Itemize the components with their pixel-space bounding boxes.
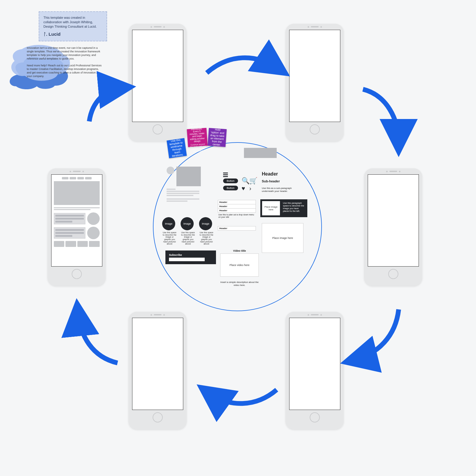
phone-screen[interactable] [289, 30, 340, 122]
phone-screen-mock[interactable] [51, 174, 102, 267]
sticky-note-purple[interactable]: Hold 'option' and drag to take an elemen… [208, 128, 227, 147]
video-block: Video title Place video here Insert a si… [220, 249, 259, 286]
image-text-card[interactable]: Place image here Use this paragraph spac… [260, 199, 307, 217]
header-sample: Header [262, 171, 278, 177]
home-button-icon[interactable] [72, 269, 82, 279]
cart-icon[interactable]: 🛒 [249, 177, 257, 185]
button-pill[interactable]: Button [223, 186, 238, 190]
credit-note: This template was created in collaborati… [39, 11, 107, 41]
sticky-note-blue[interactable]: Use this template to wireframe through t… [167, 138, 187, 158]
home-button-icon[interactable] [153, 124, 163, 134]
button-pill[interactable]: Button [223, 178, 238, 183]
card-image-placeholder: Place image here [262, 201, 280, 215]
image-circle[interactable]: Image [181, 217, 194, 230]
subscribe-label: Subscribe [169, 253, 212, 256]
video-placeholder[interactable]: Place video here [220, 253, 259, 277]
video-title: Video title [220, 249, 259, 252]
hamburger-icon[interactable] [223, 176, 228, 177]
phone-screen[interactable] [289, 318, 340, 410]
newsletter-label: newsletter [183, 262, 195, 264]
phone-frame-5[interactable] [129, 312, 187, 429]
image-placeholder[interactable]: Place image here [262, 223, 303, 253]
image-circle[interactable]: Image [162, 217, 175, 230]
credit-text: This template was created in collaborati… [43, 15, 102, 29]
phone-screen[interactable] [132, 318, 183, 410]
intro-copy: Innovation isn't a one-time event, nor c… [27, 46, 103, 81]
dropdown-block[interactable]: Header Header Header Use this to plan ou… [218, 200, 256, 231]
phone-screen[interactable] [132, 30, 183, 122]
search-icon[interactable]: 🔍 [242, 177, 250, 185]
phone-frame-left-mock[interactable] [48, 168, 106, 286]
lucid-logo: ᛚ. Lucid [43, 31, 102, 37]
sticky-note-magenta[interactable]: Each person will wireframe individually.… [187, 128, 208, 147]
phone-frame-right[interactable] [364, 168, 422, 286]
subscribe-input[interactable] [169, 258, 205, 261]
image-circle[interactable]: Image [199, 217, 212, 230]
card-text: Use this paragraph space to describe the… [282, 199, 307, 217]
profile-block[interactable] [167, 167, 201, 202]
phone-frame-2[interactable] [286, 24, 344, 141]
button-icon-cluster [223, 173, 228, 177]
home-button-icon[interactable] [310, 124, 320, 134]
image-circle-row: Image Use this space to describe the ima… [162, 217, 214, 245]
heart-icon[interactable]: ♥ [242, 185, 245, 192]
home-button-icon[interactable] [153, 412, 163, 422]
video-description: Insert a simple description about the vi… [220, 281, 259, 286]
chevron-right-icon[interactable]: › [249, 185, 251, 192]
phone-frame-1[interactable] [129, 24, 187, 141]
phone-screen[interactable] [368, 174, 419, 267]
subheader-sample: Sub-header [262, 179, 280, 183]
home-button-icon[interactable] [310, 412, 320, 422]
phone-frame-6[interactable] [286, 312, 344, 429]
subpara-sample: Use this as a sub-paragraph underneath y… [262, 187, 298, 192]
home-button-icon[interactable] [388, 269, 398, 279]
nav-bar-block[interactable] [244, 148, 277, 158]
